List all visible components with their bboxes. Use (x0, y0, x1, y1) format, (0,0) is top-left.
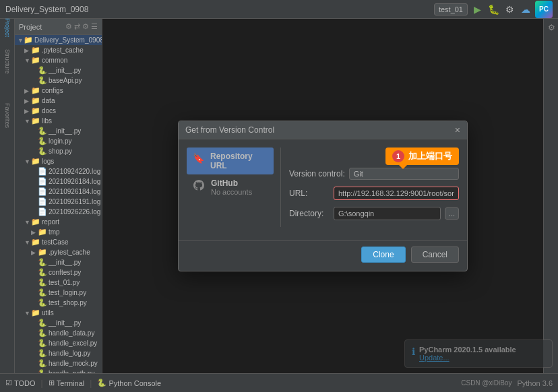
cancel-button[interactable]: Cancel (411, 247, 459, 263)
main-layout: Project Structure Favorites Project ⚙ ⇄ … (0, 19, 558, 373)
url-label: URL: (289, 189, 330, 198)
panel-header-icons: ⚙ ⇄ ⚙ ☰ (65, 22, 98, 31)
tree-root[interactable]: ▼ 📁 Delivery_System_0908 (15, 35, 102, 45)
url-input[interactable] (334, 187, 459, 200)
github-title: GitHub (211, 178, 252, 188)
tree-item[interactable]: ▶📁.pytest_cache (15, 247, 102, 257)
tree-item[interactable]: 🐍__init__.py (15, 318, 102, 328)
annotation-text: 加上端口号 (408, 150, 452, 162)
tree-item[interactable]: 📄20210926184.log (15, 176, 102, 187)
todo-icon: ☑ (5, 379, 12, 387)
tree-item[interactable]: 🐍baseApi.py (15, 75, 102, 86)
tree-item[interactable]: 📄20210926184.log (15, 187, 102, 197)
panel-icon-gear[interactable]: ⚙ (82, 22, 89, 31)
right-sidebar-icons: ⚙ (543, 19, 558, 373)
panel-icon-swap[interactable]: ⇄ (74, 22, 80, 31)
dialog-footer: Clone Cancel (179, 240, 467, 271)
tree-item[interactable]: 🐍handle_path.py (15, 368, 102, 373)
repository-url-title: Repository URL (210, 152, 268, 170)
clone-button[interactable]: Clone (361, 247, 405, 263)
tree-item[interactable]: 📄20210926226.log (15, 207, 102, 217)
project-panel: Project ⚙ ⇄ ⚙ ☰ ▼ 📁 Delivery_System_0908… (15, 19, 102, 373)
status-python-version: Python 3.6 (517, 379, 553, 387)
dialog-title-bar: Get from Version Control × (179, 121, 467, 139)
directory-input[interactable] (334, 207, 441, 220)
tree-item[interactable]: 🐍test_shop.py (15, 298, 102, 308)
debug-button[interactable]: 🐛 (487, 3, 500, 16)
directory-browse-button[interactable]: ... (445, 207, 459, 220)
panel-title: Project (19, 23, 63, 31)
terminal-icon: ⊞ (49, 379, 55, 387)
status-todo[interactable]: ☑ TODO (5, 379, 36, 387)
dialog-close-button[interactable]: × (455, 125, 460, 135)
tree-item[interactable]: ▼📁logs (15, 156, 102, 166)
vcs-option-github-content: GitHub No accounts (211, 178, 252, 196)
tree-item[interactable]: 🐍handle_excel.py (15, 338, 102, 348)
tree-item[interactable]: 🐍test_login.py (15, 288, 102, 298)
tree-item[interactable]: ▼📁utils (15, 308, 102, 318)
version-control-group: Git SVN Mercurial (349, 168, 459, 180)
run-button[interactable]: ▶ (470, 3, 484, 16)
dialog-right-panel: 1 加上端口号 Version control: Git SV (281, 148, 459, 227)
tree-item[interactable]: 🐍__init__.py (15, 126, 102, 136)
tree-item[interactable]: 🐍test_01.py (15, 277, 102, 288)
tree-item[interactable]: 🐍handle_data.py (15, 328, 102, 338)
terminal-label: Terminal (57, 379, 85, 387)
sidebar-icon-structure[interactable]: Structure (1, 55, 13, 67)
tree-item[interactable]: ▼📁common (15, 55, 102, 65)
tree-item[interactable]: 🐍login.py (15, 136, 102, 146)
app-title: Delivery_System_0908 (5, 5, 434, 14)
update-button[interactable]: ☁ (519, 3, 532, 16)
vcs-option-repository[interactable]: 🔖 Repository URL (187, 148, 274, 174)
right-icon[interactable]: ⚙ (545, 22, 557, 34)
status-pycharm-version: CSDN @xiDiBoy (461, 379, 512, 387)
github-subtitle: No accounts (211, 188, 252, 196)
status-terminal[interactable]: ⊞ Terminal (49, 379, 85, 387)
tree-item[interactable]: 🐍__init__.py (15, 257, 102, 267)
directory-row: Directory: ... (289, 207, 459, 220)
settings-button[interactable]: ⚙ (503, 3, 516, 16)
directory-label: Directory: (289, 209, 330, 218)
tree-item[interactable]: ▶📁docs (15, 106, 102, 116)
tree-item[interactable]: ▶📁configs (15, 86, 102, 96)
status-python-console[interactable]: 🐍 Python Console (97, 379, 161, 387)
vcs-option-repository-content: Repository URL (210, 152, 268, 170)
python-version-text: Python 3.6 (517, 379, 553, 387)
dialog-title: Get from Version Control (185, 125, 455, 135)
panel-icon-settings[interactable]: ⚙ (65, 22, 72, 31)
status-bar: ☑ TODO | ⊞ Terminal | 🐍 Python Console C… (0, 373, 558, 392)
tree-item[interactable]: 📄20210924220.log (15, 166, 102, 176)
dialog-layout: 🔖 Repository URL (187, 148, 459, 227)
tree-item[interactable]: 🐍conftest.py (15, 267, 102, 277)
python-console-icon: 🐍 (97, 379, 106, 387)
tree-item[interactable]: ▼📁testCase (15, 237, 102, 247)
tree-item[interactable]: ▶📁.pytest_cache (15, 45, 102, 55)
run-config[interactable]: test_01 (434, 3, 468, 15)
tree-item[interactable]: 🐍handle_mock.py (15, 358, 102, 368)
version-control-label: Version control: (289, 169, 345, 178)
editor-area: Get from Version Control × 🔖 Repository … (102, 19, 543, 373)
vcs-option-github[interactable]: GitHub No accounts (187, 174, 274, 200)
annotation-number: 1 (392, 150, 404, 162)
tree-item[interactable]: ▶📁data (15, 96, 102, 106)
url-row: URL: (289, 187, 459, 200)
tree-item[interactable]: ▼📁report (15, 217, 102, 227)
version-control-select[interactable]: Git SVN Mercurial (349, 168, 459, 180)
tree-item[interactable]: ▼📁libs (15, 116, 102, 126)
panel-icon-menu[interactable]: ☰ (91, 22, 98, 31)
status-sep: | (41, 379, 43, 388)
tree-item[interactable]: 🐍shop.py (15, 146, 102, 156)
panel-header: Project ⚙ ⇄ ⚙ ☰ (15, 19, 102, 35)
tree-item[interactable]: 📄20210926191.log (15, 197, 102, 207)
sidebar-icon-project[interactable]: Project (1, 22, 13, 34)
tree-item[interactable]: ▶📁tmp (15, 227, 102, 237)
version-control-row: Version control: Git SVN Mercurial (289, 168, 459, 180)
sidebar-icon-favorites[interactable]: Favorites (1, 109, 13, 121)
vcs-dialog: Get from Version Control × 🔖 Repository … (178, 121, 468, 271)
todo-label: TODO (14, 379, 36, 387)
dialog-left-panel: 🔖 Repository URL (187, 148, 281, 227)
repository-url-icon: 🔖 (192, 152, 205, 165)
tree-item[interactable]: 🐍handle_log.py (15, 348, 102, 358)
tree-item[interactable]: 🐍__init__.py (15, 65, 102, 75)
github-icon (192, 178, 206, 192)
